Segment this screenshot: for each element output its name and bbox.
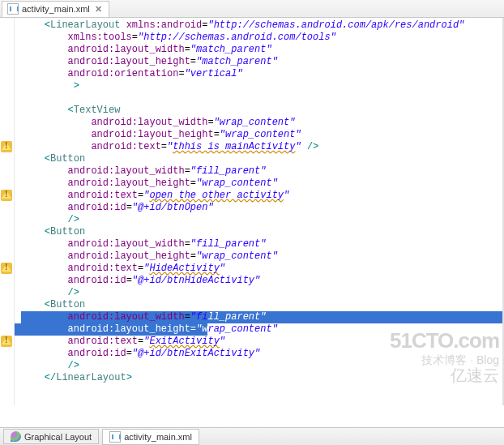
xml-file-icon bbox=[7, 3, 19, 15]
code-line[interactable]: android:layout_width="fill_parent" bbox=[21, 238, 504, 250]
code-line[interactable]: > bbox=[21, 80, 504, 92]
warning-icon[interactable] bbox=[1, 190, 12, 201]
editor-gutter bbox=[0, 18, 15, 405]
code-line[interactable]: <Button bbox=[21, 299, 504, 311]
code-line[interactable]: <Button bbox=[21, 226, 504, 238]
warning-icon[interactable] bbox=[1, 263, 12, 274]
code-line[interactable]: <Button bbox=[21, 153, 504, 165]
code-line[interactable]: /> bbox=[21, 214, 504, 226]
code-line[interactable]: android:layout_width="match_parent" bbox=[21, 44, 504, 56]
code-line[interactable]: android:layout_width="fill_parent" bbox=[21, 311, 504, 323]
code-line[interactable]: android:layout_height="wrap_content" bbox=[21, 323, 504, 336]
tab-graphical-layout[interactable]: Graphical Layout bbox=[3, 429, 99, 444]
code-line[interactable]: android:id="@+id/btnOpen" bbox=[21, 202, 504, 214]
palette-icon bbox=[11, 431, 21, 442]
code-line[interactable]: android:text="HideActivity" bbox=[21, 263, 504, 275]
code-line[interactable]: android:layout_width="fill_parent" bbox=[21, 165, 504, 178]
code-line[interactable]: <LinearLayout xmlns:android="http://sche… bbox=[21, 19, 504, 32]
xml-file-icon bbox=[109, 431, 121, 443]
editor-tab-label: activity_main.xml bbox=[22, 4, 90, 14]
code-line[interactable]: android:orientation="vertical" bbox=[21, 68, 504, 80]
code-line[interactable]: </LinearLayout> bbox=[21, 372, 504, 384]
code-line[interactable]: /> bbox=[21, 360, 504, 372]
tab-xml-source[interactable]: activity_main.xml bbox=[102, 429, 199, 445]
code-line[interactable]: android:text="thhis is mainActivity" /> bbox=[21, 141, 504, 153]
code-line[interactable]: android:layout_height="wrap_content" bbox=[21, 178, 504, 190]
code-line[interactable]: xmlns:tools="http://schemas.android.com/… bbox=[21, 32, 504, 44]
editor-tab-bar: activity_main.xml ✕ bbox=[0, 0, 504, 18]
bottom-tab-label: activity_main.xml bbox=[124, 432, 192, 442]
code-line[interactable]: android:text="open the other activity" bbox=[21, 190, 504, 202]
code-line[interactable]: android:layout_height="wrap_content" bbox=[21, 129, 504, 141]
code-line[interactable]: android:layout_width="wrap_content" bbox=[21, 117, 504, 129]
bottom-tab-label: Graphical Layout bbox=[24, 432, 92, 442]
editor-bottom-tabs: Graphical Layout activity_main.xml bbox=[0, 427, 504, 445]
warning-icon[interactable] bbox=[1, 336, 12, 347]
code-content[interactable]: <LinearLayout xmlns:android="http://sche… bbox=[15, 18, 504, 405]
code-line[interactable]: android:id="@+id/btnExitActivity" bbox=[21, 348, 504, 360]
code-line[interactable]: android:layout_height="wrap_content" bbox=[21, 250, 504, 263]
code-line[interactable]: android:id="@+id/btnHideActivity" bbox=[21, 275, 504, 287]
warning-icon[interactable] bbox=[1, 141, 12, 152]
code-line[interactable]: android:layout_height="match_parent" bbox=[21, 56, 504, 68]
close-icon[interactable]: ✕ bbox=[93, 4, 104, 15]
code-editor[interactable]: <LinearLayout xmlns:android="http://sche… bbox=[0, 18, 504, 405]
code-line[interactable]: <TextView bbox=[21, 105, 504, 117]
code-line[interactable] bbox=[21, 92, 504, 105]
editor-tab-activity-main[interactable]: activity_main.xml ✕ bbox=[2, 1, 109, 17]
code-line[interactable]: android:text="ExitActivity" bbox=[21, 336, 504, 348]
code-line[interactable]: /> bbox=[21, 287, 504, 299]
